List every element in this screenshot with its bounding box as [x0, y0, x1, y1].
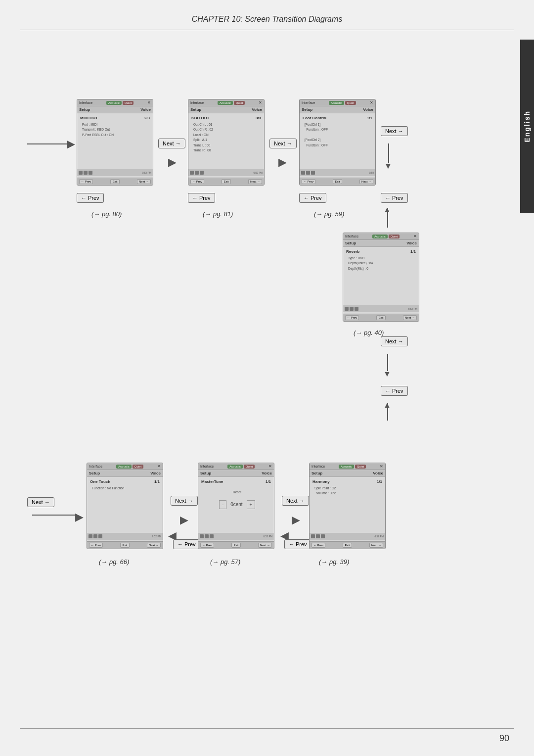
- vert-arrow-down-1: ▼: [384, 162, 392, 171]
- tab-quiet-mt: Quiet: [244, 465, 255, 469]
- page-number: 90: [499, 733, 509, 744]
- exit-btn-ot[interactable]: Exit: [120, 543, 129, 548]
- exit-btn-harmony[interactable]: Exit: [343, 543, 352, 548]
- mt-plus[interactable]: +: [247, 500, 255, 509]
- reverb-voice: Voice: [406, 241, 417, 245]
- next-nav-top-2: Next →: [269, 139, 297, 148]
- next-arrow-btn-bot-2[interactable]: Next →: [282, 496, 309, 506]
- header-setup: Setup: [79, 107, 90, 112]
- prev-btn-harmony[interactable]: ← Prev: [312, 543, 325, 548]
- screen-kbd-out: Interface Acoustic Quiet ✕ Setup Voice K…: [188, 99, 265, 186]
- status-foot: 3:58: [300, 169, 375, 176]
- page-ref-59: (→ pg. 59): [314, 210, 344, 218]
- content-mt: MasterTune 1/1 Reset - 0cent +: [198, 477, 274, 511]
- next-btn-kbd[interactable]: Next →: [248, 179, 262, 184]
- time-reverb: 6:52 PM: [408, 307, 417, 310]
- next-arrow-btn-bot-entry[interactable]: Next →: [27, 497, 54, 507]
- mt-details: Reset - 0cent +: [201, 486, 271, 509]
- next-label-bot-2: Next: [286, 498, 298, 504]
- prev-arrow-icon-right-bot: ←: [385, 388, 391, 394]
- item-title-kbd: KBD OUT 3/3: [191, 115, 261, 121]
- mt-minus[interactable]: -: [219, 500, 226, 509]
- titlebar-mt: Interface Acoustic Quiet ✕: [198, 463, 274, 470]
- mt-icon2: [205, 534, 209, 538]
- prev-btn-kbd[interactable]: ← Prev: [190, 179, 204, 184]
- next-btn-ot[interactable]: Next →: [147, 543, 161, 548]
- prev-arrow-btn-right[interactable]: ← Prev: [381, 193, 408, 203]
- next-arrow-btn-top-1[interactable]: Next →: [158, 139, 185, 148]
- exit-btn-reverb[interactable]: Exit: [376, 315, 385, 320]
- next-arrow-btn-bot-1[interactable]: Next →: [171, 496, 198, 506]
- next-arrow-btn-right[interactable]: Next →: [381, 126, 408, 136]
- item-title-reverb: Reverb 1/1: [346, 249, 416, 255]
- screen-header-ot: Setup Voice: [87, 470, 163, 477]
- prev-arrow-btn-right-bot[interactable]: ← Prev: [381, 386, 408, 396]
- prev-arrow-btn-bot-1[interactable]: ← Prev: [173, 539, 200, 549]
- midi-out-label: MIDI OUT: [80, 115, 98, 121]
- screen-header-foot: Setup Voice: [300, 106, 375, 113]
- reverb-num: 1/1: [410, 249, 416, 255]
- next-nav-top-1: Next →: [158, 139, 185, 148]
- close-x-harmony: ✕: [380, 464, 383, 469]
- prev-arrow-btn-1[interactable]: ← Prev: [77, 193, 104, 203]
- harmony-details: Split Point : C2 Volume : 80%: [312, 486, 382, 496]
- tab-acoustic: Acoustic: [106, 101, 122, 105]
- next-btn-harmony[interactable]: Next →: [369, 543, 383, 548]
- page-ref-40: (→ pg. 40): [354, 329, 384, 336]
- prev-arrow-btn-3[interactable]: ← Prev: [299, 193, 326, 203]
- prev-nav-2: ← Prev: [188, 193, 215, 203]
- next-arrow-btn-right-bot[interactable]: Next →: [381, 336, 408, 346]
- next-arrow-btn-top-2[interactable]: Next →: [269, 139, 297, 148]
- content-ot: One Touch 1/1 Function : No Function: [87, 477, 163, 493]
- prev-btn-reverb[interactable]: ← Prev: [345, 315, 359, 320]
- next-arrow-icon-bot-entry: →: [44, 499, 50, 505]
- time-foot: 3:58: [369, 171, 374, 174]
- prev-arrow-btn-bot-2[interactable]: ← Prev: [284, 539, 312, 549]
- mt-setup: Setup: [200, 471, 211, 475]
- reverb-icon2: [350, 307, 354, 311]
- exit-btn-kbd[interactable]: Exit: [222, 179, 230, 184]
- english-label: English: [523, 110, 531, 142]
- next-nav-bot-1: Next →: [171, 496, 198, 506]
- entry-arrow-bot: ▶: [75, 511, 84, 523]
- tabs-mt: Acoustic Quiet: [227, 465, 255, 469]
- time-harmony: 6:52 PM: [374, 535, 384, 538]
- kbd-icon3: [200, 171, 204, 175]
- entry-line-bot: [32, 515, 77, 516]
- next-label-right: Next: [385, 128, 397, 134]
- ot-icon2: [93, 534, 97, 538]
- reverb-setup: Setup: [345, 241, 356, 245]
- reverb-icon3: [355, 307, 358, 311]
- tab-quiet-foot: Quiet: [345, 101, 356, 105]
- next-arrow-icon-right-bot: →: [398, 338, 403, 344]
- prev-nav-right-bot: ← Prev: [381, 386, 408, 396]
- page-title: CHAPTER 10: Screen Transition Diagrams: [0, 15, 534, 24]
- prev-btn-ot[interactable]: ← Prev: [89, 543, 103, 548]
- close-x: ✕: [147, 100, 151, 105]
- screen-header-midi-out: Setup Voice: [77, 106, 153, 113]
- exit-btn-foot[interactable]: Exit: [333, 179, 342, 184]
- header-voice: Voice: [140, 107, 151, 112]
- prev-btn-foot[interactable]: ← Prev: [302, 179, 315, 184]
- titlebar-onetouch-text: Interface: [89, 465, 102, 468]
- foot-setup: Setup: [302, 107, 312, 112]
- prev-btn-mt[interactable]: ← Prev: [200, 543, 214, 548]
- next-btn-foot[interactable]: Next →: [359, 179, 373, 184]
- ot-icon3: [98, 534, 102, 538]
- footer-reverb: ← Prev Exit Next →: [343, 314, 419, 321]
- next-btn-mt[interactable]: Next →: [258, 543, 272, 548]
- next-btn-midi[interactable]: Next →: [137, 179, 151, 184]
- exit-btn-mt[interactable]: Exit: [231, 543, 240, 548]
- exit-btn-midi[interactable]: Exit: [110, 179, 119, 184]
- big-arrow-right-bot-1: ▶: [180, 514, 188, 526]
- content-reverb: Reverb 1/1 Type : Hall1 Depth(Voice) : 6…: [343, 247, 419, 273]
- time-ot: 9:52 PM: [152, 535, 161, 538]
- tab-acoustic-harmony: Acoustic: [339, 465, 354, 469]
- vert-arrow-down-2: ▼: [383, 370, 391, 378]
- prev-btn-midi[interactable]: ← Prev: [79, 179, 93, 184]
- prev-arrow-btn-2[interactable]: ← Prev: [188, 193, 215, 203]
- footer-midi-out: ← Prev Exit Next →: [77, 178, 153, 185]
- time-midi: 9:52 PM: [142, 171, 151, 174]
- next-nav-right-bot: Next →: [381, 336, 408, 346]
- next-btn-reverb[interactable]: Next →: [403, 315, 417, 320]
